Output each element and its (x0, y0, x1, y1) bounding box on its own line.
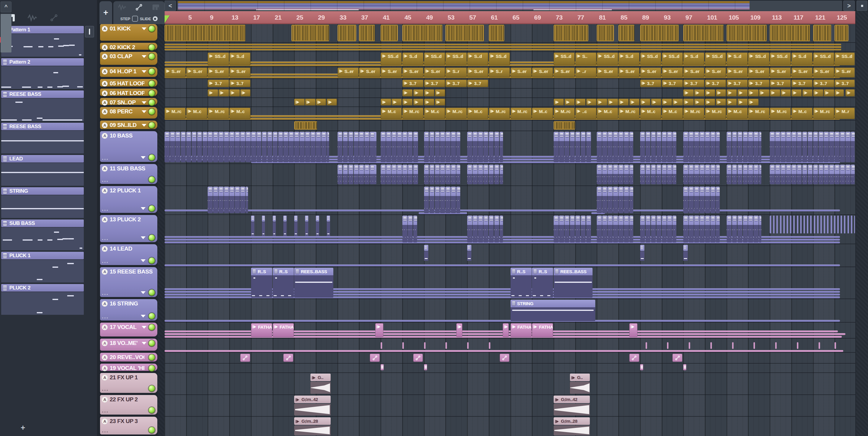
pattern-clip[interactable] (364, 165, 370, 184)
pattern-clip[interactable] (694, 165, 699, 184)
pattern-clip[interactable] (224, 187, 229, 213)
track-header-08-perc[interactable]: A08 PERC (100, 107, 157, 118)
audio-clip[interactable] (727, 89, 737, 96)
vocal-hit-clip[interactable] (710, 342, 712, 349)
track-menu-arrow[interactable] (142, 27, 147, 30)
pattern-clip[interactable] (738, 132, 743, 162)
mute-led[interactable] (149, 289, 155, 296)
track-lane-11-sub-bass[interactable] (164, 164, 855, 185)
track-header-10-bass[interactable]: A10 BASS... (100, 131, 157, 162)
kick-pattern-clip[interactable] (597, 25, 614, 41)
pattern-clip[interactable] (402, 215, 407, 242)
track-type-icon[interactable]: A (102, 188, 107, 194)
track-header-20-reve-vocal[interactable]: A20 REVE..VOCAL (100, 353, 157, 361)
audio-clip[interactable]: S..r (445, 67, 467, 78)
stretched-clips[interactable] (770, 215, 855, 233)
pattern-clip[interactable] (683, 165, 688, 184)
pattern-clip[interactable] (656, 165, 661, 184)
pattern-clip[interactable] (424, 132, 429, 162)
pattern-clip[interactable] (381, 165, 386, 184)
audio-clip[interactable]: 3..7 (445, 80, 467, 87)
audio-clip[interactable]: M..rc (402, 108, 424, 119)
audio-clip[interactable]: M..c (381, 108, 402, 119)
pattern-clip[interactable] (208, 132, 213, 162)
slide-icon[interactable] (134, 3, 144, 12)
pattern-clip[interactable] (251, 132, 256, 162)
pattern-clip[interactable] (467, 215, 472, 242)
audio-clip[interactable]: S..er (359, 67, 380, 78)
pattern-clip[interactable] (413, 165, 418, 184)
pattern-clip[interactable] (359, 165, 364, 184)
pattern-clip[interactable] (186, 132, 191, 162)
pattern-clip[interactable] (753, 132, 758, 162)
kick-pattern-clip[interactable] (402, 25, 442, 41)
vocal-audio-clip[interactable]: FATHA C..126 (532, 323, 553, 337)
pattern-clip[interactable] (445, 165, 451, 184)
pattern-clip[interactable] (597, 187, 602, 213)
pattern-clip[interactable] (489, 132, 494, 162)
pattern-clip[interactable] (435, 132, 440, 162)
pattern-clip[interactable] (732, 215, 737, 242)
pattern-clip[interactable] (246, 132, 251, 162)
note-clip[interactable] (316, 215, 319, 236)
kick-pattern-clip[interactable] (381, 25, 398, 41)
audio-clip[interactable]: S..er (467, 67, 488, 78)
pattern-clip[interactable] (381, 132, 386, 162)
audio-clip[interactable]: SS..d (813, 53, 834, 65)
pattern-clip[interactable] (456, 132, 460, 162)
audio-clip[interactable]: M..rc (618, 108, 640, 119)
audio-clip[interactable] (738, 89, 748, 96)
audio-clip[interactable]: SS..d (489, 53, 510, 65)
pattern-clip[interactable] (597, 165, 602, 184)
pattern-clip[interactable] (786, 165, 791, 184)
add-track-tab[interactable]: + (99, 1, 112, 24)
audio-clip[interactable]: 3..7 (662, 80, 683, 87)
pattern-clip[interactable] (640, 165, 645, 184)
kick-pattern-clip[interactable] (727, 25, 767, 41)
pattern-clip[interactable] (359, 132, 364, 162)
pattern-clip[interactable] (629, 215, 633, 242)
track-header-05-hat-loop-2[interactable]: A05 HAT LOOP 2 (100, 79, 157, 87)
pattern-clip[interactable] (646, 165, 651, 184)
pattern-clip[interactable] (472, 215, 478, 242)
vocal-hit-clip[interactable] (467, 342, 469, 349)
track-menu-arrow[interactable] (142, 101, 147, 104)
note-clip[interactable] (424, 364, 427, 371)
mute-led[interactable] (149, 407, 155, 413)
audio-clip[interactable]: S..d (229, 53, 250, 65)
mute-led[interactable] (149, 90, 155, 96)
track-header-04-h-op-1[interactable]: A04 H..OP 1 (100, 67, 157, 77)
audio-clip[interactable] (662, 98, 672, 106)
pattern-clip[interactable] (683, 215, 688, 242)
pattern-clip[interactable] (694, 215, 699, 242)
pattern-clip[interactable] (273, 132, 278, 162)
track-header-11-sub-bass[interactable]: A11 SUB BASS... (100, 164, 157, 184)
audio-clip[interactable]: M..rc (208, 108, 229, 119)
track-type-icon[interactable]: A (102, 133, 107, 139)
track-lane-23-fx-up-3[interactable]: G♯m..28G♯m..28 (164, 417, 855, 436)
track-type-icon[interactable]: A (102, 90, 107, 96)
pattern-clip[interactable] (586, 132, 591, 162)
pattern-clip[interactable] (456, 165, 460, 184)
slide-automation-clip[interactable] (500, 354, 510, 362)
pattern-clip[interactable] (602, 215, 607, 242)
audio-clip[interactable] (694, 98, 704, 106)
audio-clip[interactable]: SS..d (835, 53, 855, 65)
track-menu-arrow[interactable] (142, 326, 147, 329)
pattern-list-scrollbar[interactable] (85, 26, 94, 37)
pattern-clip[interactable] (667, 165, 672, 184)
kick-pattern-clip[interactable] (294, 121, 317, 130)
track-type-icon[interactable]: A (102, 217, 107, 223)
track-type-icon[interactable]: A (102, 26, 107, 32)
scroll-right-button[interactable]: > (843, 1, 855, 11)
pattern-clip[interactable] (818, 165, 824, 184)
track-lane-18-vo-me-[interactable] (164, 339, 855, 352)
audio-clip[interactable]: M..rc (770, 108, 791, 119)
audio-clip[interactable]: 3..7 (467, 80, 488, 87)
audio-clip[interactable]: SS..d (770, 53, 791, 65)
pattern-clip[interactable] (673, 132, 676, 162)
audio-clip[interactable]: S..er (835, 67, 855, 78)
pattern-clip[interactable] (662, 165, 667, 184)
pattern-clip[interactable] (743, 165, 748, 184)
note-clip[interactable] (283, 215, 287, 236)
